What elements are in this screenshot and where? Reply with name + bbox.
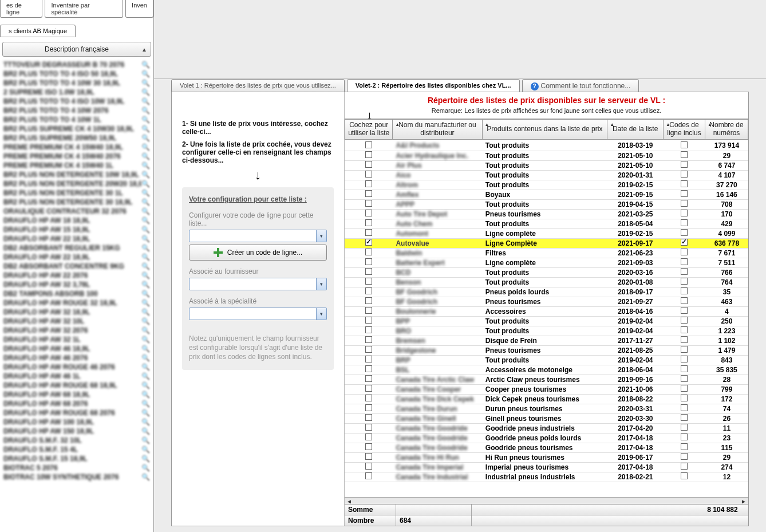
use-list-checkbox[interactable] (365, 385, 372, 392)
list-item[interactable]: BR2 PLUS TOTO TO 4 ISO 10W 18,9L🔍 (2, 97, 151, 106)
table-row[interactable]: BaldwinFiltres2021-06-237 671 (345, 248, 748, 258)
search-icon[interactable]: 🔍 (141, 290, 150, 298)
use-list-checkbox[interactable] (365, 210, 372, 216)
list-item[interactable]: DB2 ABSORBANT REGULIER 15KG🔍 (2, 243, 151, 253)
search-icon[interactable]: 🔍 (141, 345, 150, 353)
col-count[interactable]: ▲Nombre de numéros (705, 120, 748, 140)
list-item[interactable]: DRAUFLO HP AW ROUGE 32 18,9L🔍 (2, 298, 151, 308)
list-item[interactable]: DRAUFLO HP AW 32 3,78L🔍 (2, 280, 151, 289)
search-icon[interactable]: 🔍 (141, 372, 150, 380)
list-item[interactable]: DRAUFLO HP AW 100 18,9L🔍 (2, 417, 151, 427)
list-item[interactable]: BR2 PLUS NON DETERGENTE 30 18,9L🔍 (2, 198, 151, 207)
list-item[interactable]: DRAUFLO HP AW 32 1L🔍 (2, 335, 151, 344)
table-row[interactable]: BF GoodrichPneus tourismes2021-09-27463 (345, 297, 748, 306)
list-item[interactable]: DRAUFLO HP AW 68 18,9L🔍 (2, 390, 151, 399)
list-item[interactable]: BR2 PLUS TOTO TO 4 10W 1L🔍 (2, 115, 151, 124)
table-row[interactable]: BF GoodrichPneus poids lourds2018-09-173… (345, 287, 748, 297)
search-icon[interactable]: 🔍 (141, 189, 150, 197)
search-icon[interactable]: 🔍 (141, 207, 150, 215)
use-list-checkbox[interactable] (365, 190, 372, 197)
search-icon[interactable]: 🔍 (141, 308, 150, 316)
table-row[interactable]: BROTout produits2019-02-041 223 (345, 326, 748, 336)
search-icon[interactable]: 🔍 (141, 171, 150, 179)
supplier-combo[interactable]: ▾ (189, 278, 327, 290)
use-list-checkbox[interactable] (365, 472, 372, 479)
table-row[interactable]: AutomontLigne complète2019-02-154 099 (345, 228, 748, 238)
search-icon[interactable]: 🔍 (141, 326, 150, 334)
list-item[interactable]: 2 SUPREME ISO 1.0W 18,9L🔍 (2, 88, 151, 97)
search-icon[interactable]: 🔍 (141, 116, 150, 124)
table-row[interactable]: Canada Tire IndustrialIndustrial pneus i… (345, 472, 748, 482)
search-icon[interactable]: 🔍 (141, 152, 150, 160)
list-item[interactable]: PREME PREMIUM CK 4 15W40 2076🔍 (2, 152, 151, 161)
list-item[interactable]: DB2 TAMPONS ABSORB 100🔍 (2, 289, 151, 298)
search-icon[interactable]: 🔍 (141, 253, 150, 261)
list-item[interactable]: DRAUFLO HP AW 46 2076🔍 (2, 353, 151, 362)
use-list-checkbox[interactable] (365, 414, 372, 421)
use-list-checkbox[interactable] (365, 346, 372, 353)
table-row[interactable]: BremsenDisque de Frein2017-11-271 102 (345, 336, 748, 345)
table-row[interactable]: Canada Tire DurunDurun pneus tourismes20… (345, 404, 748, 413)
use-list-checkbox[interactable] (365, 151, 372, 158)
search-icon[interactable]: 🔍 (141, 107, 150, 115)
use-list-checkbox[interactable] (365, 453, 372, 460)
table-row[interactable]: Auto Tire DepotPneus tourismes2021-03-25… (345, 209, 748, 219)
use-list-checkbox[interactable] (365, 219, 372, 226)
use-list-checkbox[interactable] (365, 297, 372, 304)
use-list-checkbox[interactable] (365, 463, 372, 470)
use-list-checkbox[interactable] (365, 258, 372, 265)
list-item[interactable]: DRAUFLO HP AW 22 18,9L🔍 (2, 253, 151, 262)
table-row[interactable]: Batterie ExpertLigne complète2021-09-037… (345, 258, 748, 267)
search-icon[interactable]: 🔍 (141, 317, 150, 325)
table-row[interactable]: Canada Tire Arctic ClawArctic Claw pneus… (345, 375, 748, 384)
list-item[interactable]: PREME PREMIUM CK 4 15W40 1L🔍 (2, 161, 151, 170)
search-icon[interactable]: 🔍 (141, 363, 150, 371)
table-row[interactable]: Canada Tire ImperialImperial pneus touri… (345, 462, 748, 472)
list-item[interactable]: DRAUFLO HP AW ROUGE 46 2076🔍 (2, 362, 151, 372)
search-icon[interactable]: 🔍 (141, 61, 150, 69)
search-icon[interactable]: 🔍 (141, 409, 150, 417)
list-item[interactable]: BIOTRAC 10W SYNTHETIQUE 2076🔍 (2, 472, 151, 482)
use-list-checkbox[interactable] (365, 375, 372, 382)
list-item[interactable]: ORAULIQUE CONTRACTEUR 32 2076🔍 (2, 207, 151, 216)
use-list-checkbox[interactable] (365, 395, 372, 401)
table-row[interactable]: BridgestonePneus tourismes2021-08-251 47… (345, 345, 748, 355)
list-item[interactable]: BR2 PLUS SUPREME CK 4 10W30 18,9L🔍 (2, 124, 151, 133)
search-icon[interactable]: 🔍 (141, 427, 150, 435)
table-row[interactable]: Canada Tire GoodrideGoodride pneus indus… (345, 423, 748, 433)
list-item[interactable]: BR2 PLUS TOTO TO 4 10W 2076🔍 (2, 106, 151, 115)
use-list-checkbox[interactable] (365, 200, 372, 207)
left-subtab-clients[interactable]: s clients AB Magique (0, 25, 76, 37)
use-list-checkbox[interactable] (365, 307, 372, 314)
col-check[interactable]: Cochez pour utiliser la liste (345, 120, 393, 140)
table-row[interactable]: BPPTout produits2019-02-04250 (345, 316, 748, 326)
use-list-checkbox[interactable] (365, 365, 372, 372)
use-list-checkbox[interactable] (365, 287, 372, 294)
search-icon[interactable]: 🔍 (141, 391, 150, 399)
list-item[interactable]: DRAUFLO HP AW 32 18,9L🔍 (2, 308, 151, 317)
table-row[interactable]: AmflexBoyaux2021-09-1516 146 (345, 190, 748, 199)
use-list-checkbox[interactable] (365, 229, 372, 236)
search-icon[interactable]: 🔍 (141, 88, 150, 96)
list-item[interactable]: DRAUFLO HP AW 150 18,9L🔍 (2, 427, 151, 436)
list-item[interactable]: DRAUFLO HP AW 18 18,9L🔍 (2, 216, 151, 225)
search-icon[interactable]: 🔍 (141, 79, 150, 87)
list-item[interactable]: DRAUFLO S.M.F. 15 18,9L🔍 (2, 454, 151, 463)
specialty-combo[interactable]: ▾ (189, 308, 327, 320)
search-icon[interactable]: 🔍 (141, 143, 150, 151)
use-list-checkbox[interactable] (365, 278, 372, 285)
use-list-checkbox[interactable] (365, 404, 372, 411)
list-item[interactable]: BR2 PLUS NON DETERGENTE 10W 18,9L🔍 (2, 170, 151, 179)
search-icon[interactable]: 🔍 (141, 336, 150, 344)
table-row[interactable]: Canada Tire Hi RunHi Run pneus tourismes… (345, 452, 748, 462)
table-row[interactable]: BoulonnerieAccessoires2018-04-164 (345, 306, 748, 316)
use-list-checkbox[interactable] (365, 326, 372, 333)
search-icon[interactable]: 🔍 (141, 262, 150, 270)
search-icon[interactable]: 🔍 (141, 446, 150, 454)
list-item[interactable]: DRAUFLO HP AW 22 2076🔍 (2, 271, 151, 280)
use-list-checkbox[interactable] (365, 424, 372, 431)
table-row[interactable]: BensonTout produits2020-01-08764 (345, 277, 748, 287)
search-icon[interactable]: 🔍 (141, 216, 150, 224)
search-icon[interactable]: 🔍 (141, 198, 150, 206)
search-icon[interactable]: 🔍 (141, 226, 150, 234)
